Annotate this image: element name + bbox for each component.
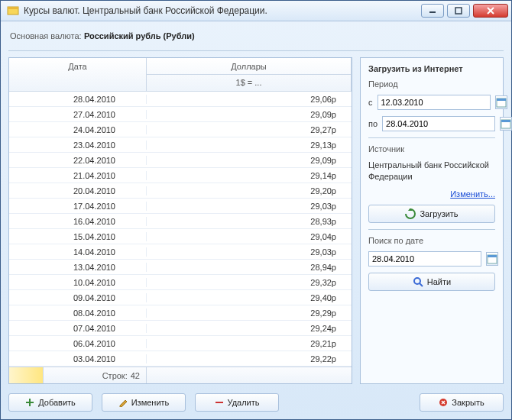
svg-rect-7 bbox=[497, 99, 506, 101]
cell-date: 27.04.2010 bbox=[9, 110, 147, 119]
grid-footer: Строк: 42 bbox=[9, 367, 352, 383]
svg-rect-9 bbox=[501, 120, 510, 122]
table-row[interactable]: 21.04.201029,14р bbox=[9, 168, 352, 183]
table-row[interactable]: 10.04.201029,32р bbox=[9, 275, 352, 290]
col-date-header[interactable]: Дата . bbox=[9, 58, 147, 91]
window-title: Курсы валют. Центральный банк Российской… bbox=[24, 5, 421, 16]
close-icon bbox=[439, 398, 448, 407]
table-row[interactable]: 09.04.201029,40р bbox=[9, 290, 352, 305]
cell-value: 29,32р bbox=[147, 278, 352, 287]
cell-date: 15.04.2010 bbox=[9, 232, 147, 241]
main-window: Курсы валют. Центральный банк Российской… bbox=[0, 0, 512, 420]
grid-rows[interactable]: 28.04.201029,06р27.04.201029,09р24.04.20… bbox=[9, 92, 352, 367]
svg-rect-11 bbox=[488, 255, 497, 257]
cell-date: 17.04.2010 bbox=[9, 202, 147, 211]
delete-button[interactable]: Удалить bbox=[195, 393, 279, 412]
footer-row-count: Строк: 42 bbox=[44, 367, 147, 383]
cell-value: 29,20р bbox=[147, 186, 352, 195]
date-to-input[interactable] bbox=[382, 116, 495, 131]
footer-highlight bbox=[9, 367, 44, 383]
change-source-link[interactable]: Изменить... bbox=[368, 189, 495, 199]
cell-value: 29,24р bbox=[147, 324, 352, 333]
cell-date: 13.04.2010 bbox=[9, 263, 147, 272]
cell-value: 29,06р bbox=[147, 95, 352, 104]
base-currency-value: Российский рубль (Рубли) bbox=[84, 31, 195, 40]
cell-date: 22.04.2010 bbox=[9, 156, 147, 165]
cell-value: 29,03р bbox=[147, 247, 352, 257]
cell-date: 06.04.2010 bbox=[9, 339, 147, 348]
cell-date: 24.04.2010 bbox=[9, 125, 147, 134]
load-button[interactable]: Загрузить bbox=[368, 205, 495, 223]
minimize-button[interactable] bbox=[421, 4, 444, 18]
table-row[interactable]: 15.04.201029,04р bbox=[9, 229, 352, 244]
maximize-button[interactable] bbox=[447, 4, 470, 18]
period-label: Период bbox=[368, 79, 495, 89]
cell-value: 29,09р bbox=[147, 110, 352, 119]
titlebar: Курсы валют. Центральный банк Российской… bbox=[1, 1, 511, 21]
cell-value: 29,21р bbox=[147, 339, 352, 348]
cell-value: 29,09р bbox=[147, 156, 352, 165]
svg-line-13 bbox=[420, 283, 423, 286]
cell-value: 29,13р bbox=[147, 141, 352, 150]
add-button[interactable]: Добавить bbox=[8, 393, 92, 412]
table-row[interactable]: 28.04.201029,06р bbox=[9, 92, 352, 107]
table-row[interactable]: 03.04.201029,22р bbox=[9, 351, 352, 367]
base-currency-label: Основная валюта: bbox=[10, 31, 82, 40]
divider bbox=[368, 229, 495, 230]
cell-value: 29,40р bbox=[147, 293, 352, 302]
table-row[interactable]: 24.04.201029,27р bbox=[9, 122, 352, 137]
pencil-icon bbox=[118, 398, 128, 407]
refresh-icon bbox=[405, 208, 416, 219]
button-bar: Добавить Изменить Удалить Закрыть bbox=[8, 390, 504, 412]
cell-date: 03.04.2010 bbox=[9, 354, 147, 363]
cell-date: 20.04.2010 bbox=[9, 186, 147, 195]
table-row[interactable]: 06.04.201029,21р bbox=[9, 336, 352, 351]
table-row[interactable]: 23.04.201029,13р bbox=[9, 137, 352, 153]
cell-date: 08.04.2010 bbox=[9, 309, 147, 318]
cell-value: 29,27р bbox=[147, 125, 352, 134]
table-row[interactable]: 14.04.201029,03р bbox=[9, 244, 352, 260]
from-label: с bbox=[368, 98, 373, 107]
table-row[interactable]: 20.04.201029,20р bbox=[9, 183, 352, 199]
table-row[interactable]: 22.04.201029,09р bbox=[9, 153, 352, 168]
cell-value: 29,29р bbox=[147, 309, 352, 318]
search-date-input[interactable] bbox=[368, 251, 481, 267]
divider bbox=[368, 137, 495, 138]
calendar-to-button[interactable] bbox=[500, 117, 512, 131]
cell-value: 28,93р bbox=[147, 217, 352, 226]
calendar-from-button[interactable] bbox=[495, 95, 507, 109]
plus-icon bbox=[25, 398, 34, 407]
date-from-row: с bbox=[368, 95, 495, 110]
find-button[interactable]: Найти bbox=[368, 273, 495, 291]
search-icon bbox=[413, 276, 423, 287]
sidebar: Загрузить из Интернет Период с по bbox=[360, 57, 504, 384]
col-dollars-header[interactable]: Доллары 1$ = ... bbox=[147, 58, 352, 91]
search-title: Поиск по дате bbox=[368, 236, 495, 245]
app-icon bbox=[7, 5, 19, 17]
cell-value: 29,03р bbox=[147, 202, 352, 211]
cell-date: 10.04.2010 bbox=[9, 278, 147, 287]
source-label: Источник bbox=[368, 144, 495, 153]
svg-rect-1 bbox=[8, 7, 18, 9]
svg-rect-3 bbox=[455, 8, 462, 14]
table-row[interactable]: 17.04.201029,03р bbox=[9, 199, 352, 214]
svg-point-12 bbox=[414, 278, 420, 284]
calendar-search-button[interactable] bbox=[486, 252, 498, 266]
close-button[interactable]: Закрыть bbox=[420, 393, 504, 412]
table-row[interactable]: 08.04.201029,29р bbox=[9, 305, 352, 321]
date-from-input[interactable] bbox=[378, 95, 491, 110]
body: Дата . Доллары 1$ = ... 28.04.201029,06р… bbox=[8, 57, 504, 384]
client-area: Основная валюта: Российский рубль (Рубли… bbox=[1, 21, 511, 419]
table-row[interactable]: 16.04.201028,93р bbox=[9, 214, 352, 229]
edit-button[interactable]: Изменить bbox=[102, 393, 186, 412]
table-row[interactable]: 07.04.201029,24р bbox=[9, 321, 352, 336]
search-date-row bbox=[368, 251, 495, 267]
close-window-button[interactable] bbox=[473, 4, 508, 18]
cell-value: 29,22р bbox=[147, 354, 352, 363]
cell-value: 28,94р bbox=[147, 263, 352, 272]
table-row[interactable]: 13.04.201028,94р bbox=[9, 260, 352, 275]
table-row[interactable]: 27.04.201029,09р bbox=[9, 107, 352, 122]
window-buttons bbox=[421, 4, 511, 18]
cell-value: 29,04р bbox=[147, 232, 352, 241]
to-label: по bbox=[368, 119, 378, 128]
